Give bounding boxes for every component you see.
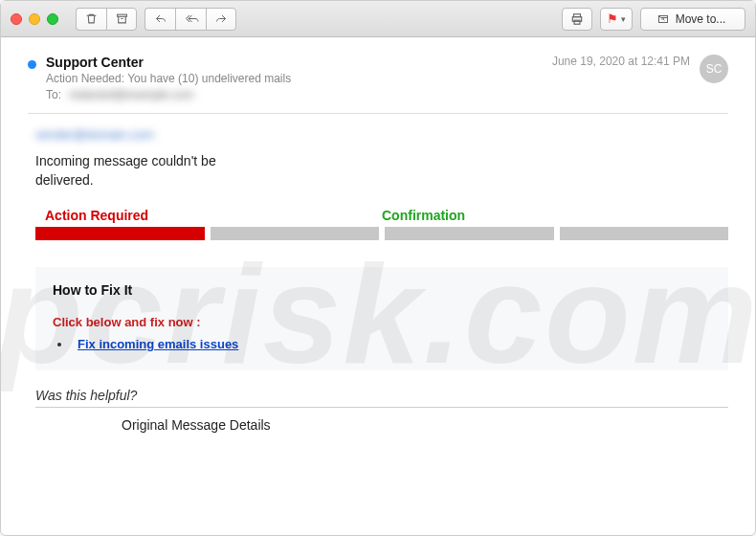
progress-bar (35, 227, 728, 240)
fix-box: How to Fix It Click below and fix now : … (35, 267, 728, 370)
helpful-text: Was this helpful? (35, 388, 728, 403)
archive-button[interactable] (106, 8, 137, 31)
to-row: To: redacted@example.com (46, 88, 543, 101)
to-label: To: (46, 88, 61, 101)
date-label: June 19, 2020 at 12:41 PM (552, 55, 690, 68)
original-details-heading: Original Message Details (122, 417, 728, 433)
message-header: Support Center Action Needed: You have (… (28, 55, 728, 101)
toolbar: ⚑ ▾ Move to... (1, 1, 755, 37)
unread-dot-icon (28, 60, 36, 69)
move-to-button[interactable]: Move to... (640, 8, 745, 31)
message-body: sender@domain.com Incoming message could… (28, 127, 728, 433)
chevron-down-icon: ▾ (621, 14, 626, 24)
from-name: Support Center (46, 55, 543, 70)
zoom-icon[interactable] (47, 13, 58, 25)
divider (28, 113, 728, 114)
fix-subtitle: Click below and fix now : (53, 315, 711, 329)
fix-link[interactable]: Fix incoming emails issues (78, 337, 238, 351)
fix-list: Fix incoming emails issues (72, 337, 711, 351)
window-controls (11, 13, 58, 25)
divider (35, 407, 728, 408)
delete-group (76, 8, 137, 31)
print-button[interactable] (562, 8, 592, 31)
subject-line: Action Needed: You have (10) undelivered… (46, 72, 543, 85)
reply-button[interactable] (145, 8, 175, 31)
progress-seg-3 (385, 227, 554, 240)
forward-button[interactable] (206, 8, 236, 31)
flag-icon: ⚑ (607, 11, 618, 26)
progress-seg-2 (211, 227, 380, 240)
avatar: SC (700, 55, 728, 83)
svg-rect-0 (117, 14, 126, 16)
trash-button[interactable] (76, 8, 106, 31)
flag-button[interactable]: ⚑ ▾ (600, 8, 633, 31)
list-item: Fix incoming emails issues (72, 337, 711, 351)
to-value: redacted@example.com (69, 88, 193, 101)
reply-all-button[interactable] (175, 8, 206, 31)
fix-title: How to Fix It (53, 282, 711, 298)
minimize-icon[interactable] (29, 13, 40, 25)
progress-seg-4 (560, 227, 729, 240)
mail-window: ⚑ ▾ Move to... pcrisk.com Support Center… (0, 0, 756, 536)
close-icon[interactable] (11, 13, 22, 25)
reply-group (145, 8, 236, 31)
progress-seg-1 (35, 227, 205, 240)
header-info: Support Center Action Needed: You have (… (46, 55, 543, 101)
incoming-message-text: Incoming message couldn't be delivered. (35, 151, 275, 190)
confirmation-label: Confirmation (382, 208, 465, 223)
message-content: pcrisk.com Support Center Action Needed:… (1, 37, 755, 535)
status-labels: Action Required Confirmation (35, 208, 728, 223)
action-required-label: Action Required (35, 208, 382, 223)
blurred-sender: sender@domain.com (35, 127, 728, 142)
move-to-label: Move to... (676, 12, 726, 26)
